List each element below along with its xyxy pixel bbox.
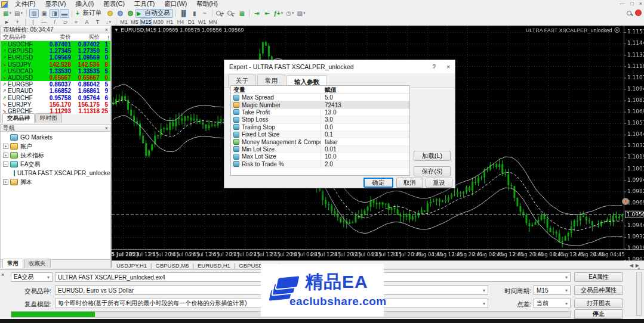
stop-button[interactable]: 停止 (574, 309, 623, 319)
column-symbol[interactable]: 交易品种 (1, 33, 42, 41)
close-button[interactable]: × (639, 1, 642, 7)
timeframe-m5[interactable]: M5 (130, 18, 140, 26)
param-row-magic-number[interactable]: Magic Number72413 (231, 101, 409, 108)
chart-shift-button[interactable]: ⇤ (262, 9, 272, 18)
candlestick-chart-button[interactable]: ▮ (190, 9, 199, 18)
tree-item-account-server[interactable]: GO Markets (1, 133, 110, 142)
tester-period-select[interactable]: M15▾ (534, 285, 571, 295)
table-row[interactable]: EURAUD1.668521.668619 (1, 88, 110, 94)
new-order-button[interactable]: + 新订单 (75, 9, 104, 18)
navigator-close-icon[interactable]: × (105, 125, 108, 131)
timeframe-m15[interactable]: M15 (140, 18, 152, 26)
profiles-button[interactable]: ▤▾ (13, 9, 24, 18)
expand-icon[interactable]: + (3, 144, 8, 149)
table-row[interactable]: AUDUSD0.656670.656670 (1, 74, 110, 81)
mql5-profile-icon[interactable] (115, 9, 125, 18)
dialog-title-bar[interactable]: Expert - ULTRA FAST XSCALPER_unlocked ? … (224, 60, 455, 73)
timeframe-d1[interactable]: D1 (186, 18, 196, 26)
param-row-take-profit[interactable]: Take Profit13.0 (231, 109, 409, 116)
table-row[interactable]: USDJPY142.528142.5368 (1, 61, 110, 68)
table-row[interactable]: USDCHF0.874010.874021 (1, 41, 110, 48)
timeframe-m30[interactable]: M30 (153, 18, 165, 26)
indicators-button[interactable]: ƒ+▾ (272, 9, 284, 18)
tree-item-ea-ultra-fast-xscalper[interactable]: ULTRA FAST XSCALPER_unlocked (1, 169, 110, 178)
column-spread[interactable]: ! (100, 34, 109, 41)
dialog-help-button[interactable]: ? (433, 64, 436, 70)
table-row[interactable]: USDCAD1.335301.335355 (1, 68, 110, 74)
restore-button[interactable]: □ (630, 1, 633, 7)
param-row-min-lot-size[interactable]: Min Lot Size0.01 (231, 146, 409, 153)
table-row[interactable]: EURUSD1.095691.095690 (1, 54, 110, 61)
timeframe-m1[interactable]: M1 (119, 18, 129, 26)
minimize-button[interactable]: — (620, 1, 625, 7)
param-row-max-spread[interactable]: Max Spread5.0 (231, 94, 409, 101)
cancel-button[interactable]: 取消 (396, 178, 423, 188)
zoom-out-button[interactable]: − (226, 9, 237, 18)
market-watch-toggle[interactable]: ▥ (29, 9, 39, 18)
column-bid[interactable]: 卖价 (42, 33, 71, 41)
timeframe-h1[interactable]: H1 (165, 18, 175, 26)
data-window-toggle[interactable]: ▣ (39, 9, 49, 18)
chart-tab-usdjpy-h1[interactable]: USDJPY,H1 (116, 262, 147, 269)
templates-button[interactable]: ▨▾ (296, 9, 307, 18)
column-ask[interactable]: 买价 (71, 33, 100, 41)
tree-item-expert-advisors[interactable]: −EA交易 (1, 160, 110, 169)
new-chart-button[interactable]: ▦▾ (2, 9, 13, 18)
menu-window[interactable]: 窗口(W) (160, 0, 191, 9)
table-row[interactable]: EURJPY156.170156.1755 (1, 101, 110, 108)
search-icon[interactable] (627, 11, 631, 15)
table-row[interactable]: EURGBP0.860370.860425 (1, 81, 110, 88)
param-row-risk-to-trade[interactable]: Risk to Trade %2.0 (231, 161, 409, 168)
text-tool[interactable]: A (82, 18, 92, 26)
tester-spread-select[interactable]: 当前▾ (534, 299, 571, 308)
open-chart-button[interactable]: 打开图表 (574, 299, 623, 308)
market-watch-close-icon[interactable]: × (105, 27, 108, 33)
ea-properties-button[interactable]: EA属性 (574, 272, 623, 282)
table-row[interactable]: GBPUSD1.273451.273505 (1, 48, 110, 54)
tab-tick-chart[interactable]: 即时图 (35, 113, 62, 123)
param-row-fixed-lot-size[interactable]: Fixed Lot Size0.1 (231, 131, 409, 138)
tab-favorites[interactable]: 收藏夹 (24, 259, 51, 268)
bar-chart-button[interactable]: ▐▌ (178, 9, 189, 18)
tab-common[interactable]: 常用 (2, 259, 23, 268)
load-button[interactable]: 加载(L) (414, 151, 451, 161)
param-row-stop-loss[interactable]: Stop Loss3.0 (231, 116, 409, 123)
tester-scrollbar[interactable] (636, 272, 642, 316)
timeframe-h4[interactable]: H4 (175, 18, 186, 26)
web-terminal-icon[interactable] (125, 9, 135, 18)
table-row[interactable]: EURCHF0.957580.957646 (1, 95, 110, 101)
cursor-tool[interactable]: ► (2, 18, 12, 26)
menu-view[interactable]: 显示(V) (41, 0, 70, 9)
arrows-tool[interactable]: ↓▾ (103, 18, 113, 26)
tree-item-accounts[interactable]: +账户 (1, 142, 110, 151)
menu-help[interactable]: 帮助(H) (192, 0, 222, 9)
ok-button[interactable]: 确定 (363, 178, 393, 188)
param-row-max-lot-size[interactable]: Max Lot Size10.0 (231, 153, 409, 160)
save-button[interactable]: 保存(S) (414, 166, 451, 176)
tile-windows-button[interactable]: ▦ (237, 9, 246, 18)
chart-tab-eurusd-h1[interactable]: EURUSD,H1 (198, 262, 230, 269)
tester-mode-select[interactable]: EA交易▾ (11, 272, 53, 282)
param-row-money-management[interactable]: Money Management & Compounding ...false (231, 138, 409, 145)
chart-tab-gbpusd-m5[interactable]: GBPUSD,M5 (156, 262, 189, 269)
tree-item-indicators[interactable]: +技术指标 (1, 151, 110, 160)
collapse-icon[interactable]: − (3, 162, 8, 167)
expand-icon[interactable]: + (3, 153, 8, 158)
tester-scroll-close-icon[interactable]: × (637, 266, 640, 271)
notification-badge[interactable] (635, 10, 642, 16)
zoom-in-button[interactable]: + (215, 9, 226, 18)
timeframe-mn[interactable]: MN (208, 18, 218, 26)
periods-button[interactable]: ◷▾ (285, 9, 295, 18)
tester-close-icon[interactable]: × (1, 272, 4, 278)
crosshair-tool[interactable]: + (13, 18, 23, 26)
vertical-line-tool[interactable]: | (28, 18, 38, 26)
menu-file[interactable]: 文件(F) (11, 0, 39, 9)
symbol-properties-button[interactable]: 交易品种属性 (574, 285, 623, 295)
menu-tools[interactable]: 工具(T) (130, 0, 159, 9)
label-tool[interactable]: T (93, 18, 103, 26)
fibonacci-tool[interactable]: ≡ (71, 18, 81, 26)
trendline-tool[interactable]: / (50, 18, 60, 26)
mql5-community-icon[interactable] (105, 9, 115, 18)
menu-insert[interactable]: 插入(I) (71, 0, 98, 9)
line-chart-button[interactable]: ~ (200, 9, 209, 18)
